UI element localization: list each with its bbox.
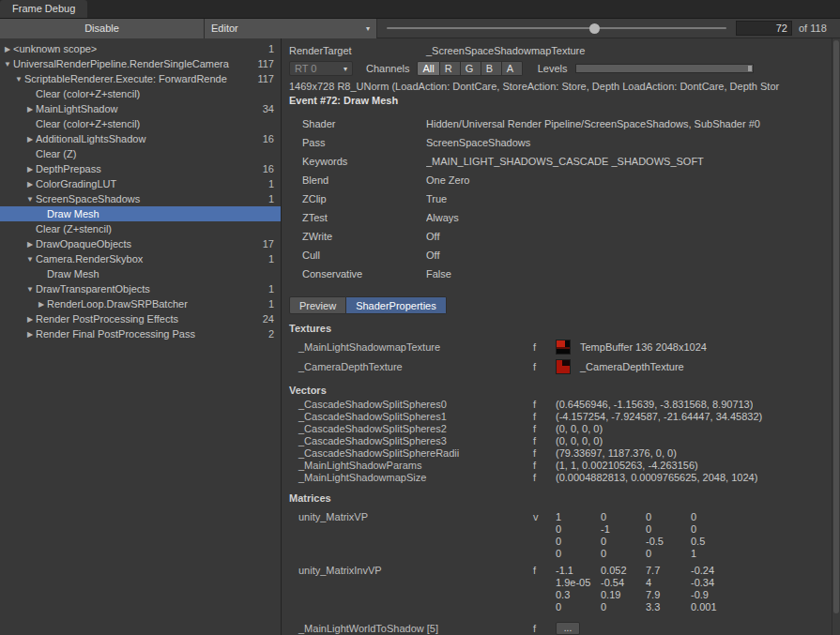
tree-item[interactable]: ▶DrawOpaqueObjects17	[0, 236, 281, 251]
matrix-values: 10000-10000-0.50.50001	[556, 511, 736, 560]
tree-item-label: UniversalRenderPipeline.RenderSingleCame…	[13, 58, 253, 69]
tree-item[interactable]: ▶<unknown scope>1	[0, 41, 281, 56]
foldout-collapsed-icon[interactable]: ▶	[24, 165, 36, 174]
foldout-expanded-icon[interactable]: ▼	[24, 255, 36, 264]
channel-button-r[interactable]: R	[440, 61, 461, 76]
event-properties: ShaderHidden/Universal Render Pipeline/S…	[289, 114, 832, 283]
vector-row: _CascadeShadowSplitSpheres3f(0, 0, 0, 0)	[289, 435, 832, 447]
scrollbar[interactable]	[832, 38, 840, 635]
tree-item-count: 34	[259, 103, 281, 114]
tree-item[interactable]: Clear (Z+stencil)	[0, 221, 281, 236]
tree-item[interactable]: ▶MainLightShadow34	[0, 101, 281, 116]
foldout-expanded-icon[interactable]: ▼	[2, 60, 13, 68]
foldout-collapsed-icon[interactable]: ▶	[24, 240, 36, 249]
vector-name: _CascadeShadowSplitSpheres0	[289, 399, 533, 411]
tab-preview[interactable]: Preview	[289, 296, 346, 314]
chevron-down-icon: ▾	[366, 24, 370, 33]
foldout-collapsed-icon[interactable]: ▶	[2, 45, 13, 53]
tree-item-label: ColorGradingLUT	[36, 178, 265, 189]
tab-shader-properties[interactable]: ShaderProperties	[346, 296, 447, 314]
matrix-cell: 0	[556, 536, 601, 548]
foldout-expanded-icon[interactable]: ▼	[13, 75, 24, 83]
property-name: Blend	[289, 174, 426, 186]
property-value: Hidden/Universal Render Pipeline/ScreenS…	[426, 118, 832, 129]
tree-item[interactable]: ▼DrawTransparentObjects1	[0, 281, 281, 296]
property-value: False	[426, 268, 832, 280]
tree-item[interactable]: Draw Mesh	[0, 266, 281, 281]
matrix-values: -1.10.0527.7-0.241.9e-05-0.544-0.340.30.…	[556, 565, 736, 613]
scrollbar-thumb[interactable]	[833, 40, 839, 613]
tree-item[interactable]: Clear (color+Z+stencil)	[0, 116, 281, 131]
foldout-expanded-icon[interactable]: ▼	[24, 285, 36, 294]
indent-spacer	[0, 229, 24, 230]
tree-item[interactable]: ▶DepthPrepass16	[0, 161, 281, 176]
render-target-toolbar: RT 0 ▾ Channels AllRGBA Levels	[289, 59, 832, 78]
vector-value: (0, 0, 0, 0)	[556, 435, 603, 447]
texture-thumbnail[interactable]	[556, 359, 571, 374]
vector-row: _MainLightShadowParamsf(1, 1, 0.00210526…	[289, 460, 832, 472]
vector-row: _CascadeShadowSplitSphereRadiif(79.33697…	[289, 447, 832, 460]
render-target-label: RenderTarget	[289, 45, 426, 56]
matrix-cell: 0.19	[601, 589, 646, 601]
tree-item[interactable]: ▼Camera.RenderSkybox1	[0, 251, 281, 266]
levels-slider-thumb[interactable]	[748, 66, 752, 71]
matrix-cell: 0	[601, 511, 646, 523]
tab-frame-debug[interactable]: Frame Debug	[0, 0, 87, 18]
frame-slider-knob[interactable]	[589, 23, 600, 34]
vector-row: _CascadeShadowSplitSpheres1f(-4.157254, …	[289, 411, 832, 423]
tree-item[interactable]: ▶Render Final PostProcessing Pass2	[0, 326, 281, 341]
foldout-collapsed-icon[interactable]: ▶	[24, 315, 36, 324]
channel-button-b[interactable]: B	[481, 61, 502, 76]
texture-thumbnail[interactable]	[556, 340, 571, 355]
render-target-value: _ScreenSpaceShadowmapTexture	[426, 45, 585, 56]
channel-button-g[interactable]: G	[461, 61, 481, 76]
channel-button-a[interactable]: A	[502, 61, 523, 76]
levels-label: Levels	[538, 63, 568, 74]
target-dropdown[interactable]: Editor ▾	[205, 19, 377, 38]
tree-item[interactable]: ▶ColorGradingLUT1	[0, 176, 281, 191]
matrix-cell: 0.052	[601, 565, 646, 577]
tree-item-count: 17	[259, 238, 281, 249]
tree-item[interactable]: Draw Mesh	[0, 206, 281, 221]
tree-item-label: DrawOpaqueObjects	[36, 238, 259, 249]
levels-slider[interactable]	[575, 64, 754, 73]
event-property-row: Keywords_MAIN_LIGHT_SHADOWS_CASCADE _SHA…	[289, 152, 832, 171]
rt-index-dropdown[interactable]: RT 0 ▾	[289, 61, 353, 76]
tree-item[interactable]: ▶RenderLoop.DrawSRPBatcher1	[0, 296, 281, 311]
indent-spacer	[0, 199, 24, 200]
tree-item-count: 1	[265, 43, 281, 54]
matrix-cell: -0.9	[691, 589, 736, 601]
channel-button-all[interactable]: All	[417, 61, 439, 76]
tree-item-label: Draw Mesh	[47, 268, 270, 280]
vector-row: _CascadeShadowSplitSpheres0f(0.6456946, …	[289, 399, 832, 411]
vector-value: (0.6456946, -1.15639, -3.831568, 8.90713…	[556, 399, 753, 411]
property-name: ZTest	[289, 212, 426, 223]
tree-item[interactable]: Clear (Z)	[0, 146, 281, 161]
event-details-panel: RenderTarget _ScreenSpaceShadowmapTextur…	[282, 38, 832, 635]
tree-item[interactable]: ▼ScriptableRenderer.Execute: ForwardRend…	[0, 71, 281, 86]
foldout-collapsed-icon[interactable]: ▶	[24, 330, 36, 339]
foldout-expanded-icon[interactable]: ▼	[24, 195, 36, 204]
vector-name: _CascadeShadowSplitSpheres2	[289, 423, 533, 435]
disable-button[interactable]: Disable	[0, 19, 205, 38]
foldout-collapsed-icon[interactable]: ▶	[24, 105, 36, 113]
frame-slider[interactable]	[387, 19, 726, 38]
property-name: Pass	[289, 137, 426, 148]
tree-item[interactable]: ▼ScreenSpaceShadows1	[0, 191, 281, 206]
tree-item-count: 117	[253, 73, 281, 84]
vector-value: (-4.157254, -7.924587, -21.64447, 34.458…	[556, 411, 762, 423]
indent-spacer	[0, 274, 36, 275]
frame-number-input[interactable]	[736, 21, 792, 36]
foldout-collapsed-icon[interactable]: ▶	[36, 300, 47, 309]
tree-item[interactable]: ▶Render PostProcessing Effects24	[0, 311, 281, 326]
tree-item-label: Render Final PostProcessing Pass	[36, 328, 265, 340]
tree-item[interactable]: Clear (color+Z+stencil)	[0, 86, 281, 101]
expand-matrix-button[interactable]: ...	[556, 622, 580, 635]
tree-item[interactable]: ▶AdditionalLightsShadow16	[0, 131, 281, 146]
foldout-collapsed-icon[interactable]: ▶	[24, 180, 36, 189]
frame-slider-track[interactable]	[387, 27, 726, 29]
foldout-collapsed-icon[interactable]: ▶	[24, 135, 36, 144]
matrix-cell: 1	[556, 511, 601, 523]
tree-item[interactable]: ▼UniversalRenderPipeline.RenderSingleCam…	[0, 56, 281, 71]
matrix-row: unity_MatrixVPv10000-10000-0.50.50001	[289, 511, 832, 560]
